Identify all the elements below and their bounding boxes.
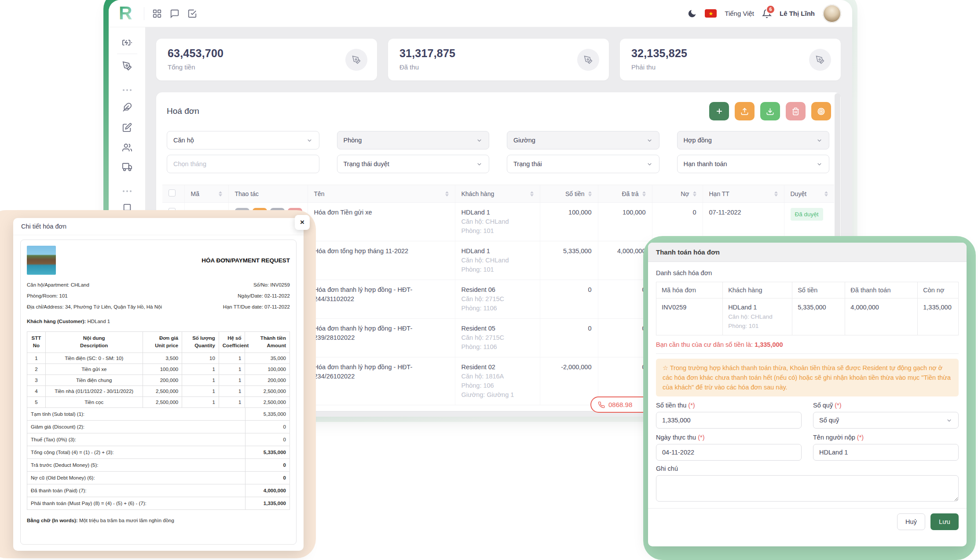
sort-icon[interactable] (774, 191, 778, 196)
doc-customer-label: Khách hàng (Customer): (27, 319, 86, 324)
chevron-down-icon (476, 161, 483, 167)
invoice-photo (27, 246, 56, 275)
column-header: Hạn TT (709, 190, 729, 197)
invoice-items-table: STTNo Nội dungDescription Đơn giáUnit pr… (27, 331, 290, 408)
note-textarea[interactable] (656, 475, 959, 502)
chevron-down-icon (476, 137, 483, 144)
target-icon[interactable] (811, 102, 831, 120)
column-header: Số tiền (565, 190, 585, 197)
invoice-due: 07-11-2022 (703, 203, 784, 241)
star-icon: ☆ (663, 364, 668, 371)
sort-icon[interactable] (824, 191, 828, 196)
filter-label: Trạng thái (513, 160, 542, 167)
collect-date-input[interactable] (656, 444, 802, 461)
sort-icon[interactable] (588, 191, 592, 196)
moon-icon[interactable] (687, 9, 697, 18)
filter-status[interactable]: Trạng thái (507, 155, 659, 173)
filter-label: Hạn thanh toán (684, 160, 727, 167)
field-label: Tên người nộp (*) (813, 434, 959, 441)
check-square-icon[interactable] (187, 9, 197, 18)
fund-select-value: Số quỹ (819, 417, 839, 424)
customer-sub: Phòng: 101 (728, 321, 787, 331)
date-field-group: Ngày thực thu (*) (656, 434, 802, 461)
edit-icon[interactable] (122, 123, 132, 132)
amount-in-words: Bằng chữ (In words): Một triệu ba trăm b… (27, 518, 290, 523)
cancel-button[interactable]: Huỷ (897, 513, 925, 530)
invoice-customer: HDLand 1 Căn hộ: CHLand Phòng: 101 (455, 241, 540, 280)
column-header: Thao tác (235, 190, 259, 197)
pen-tool-icon (577, 49, 599, 71)
save-button[interactable]: Lưu (930, 513, 959, 530)
amount-field-group: Số tiền thu (*) (656, 402, 802, 429)
invoice-paid: 100,000 (598, 203, 652, 241)
amount-input[interactable] (656, 412, 802, 429)
app-logo: R (117, 3, 135, 25)
language-switcher[interactable]: Tiếng Việt (725, 10, 754, 17)
item-row: 1Tiền điện (SC: 0 - SM: 10) 3,50010 135,… (27, 353, 290, 364)
total-row: Phải thanh toán (Must Pay) (8) = (4) - (… (27, 497, 290, 509)
customer-sub: Giường: Giường 1 (462, 390, 534, 400)
filter-due-date[interactable]: Hạn thanh toán (677, 155, 830, 173)
customer-name: HDLand 1 (462, 247, 534, 256)
pen-tool-icon[interactable] (122, 61, 132, 71)
sort-icon[interactable] (530, 191, 534, 196)
payer-name-input[interactable] (813, 444, 959, 461)
filter-bed[interactable]: Giường (507, 131, 659, 149)
feather-icon[interactable] (122, 102, 132, 112)
sort-icon[interactable] (445, 191, 449, 196)
column-header: Đã trả (622, 190, 638, 197)
in-words-label: Bằng chữ (In words): (27, 518, 78, 523)
sort-icon[interactable] (219, 191, 222, 196)
customer-name: Resident 05 (462, 324, 534, 333)
filter-room[interactable]: Phòng (337, 131, 490, 149)
filter-apartment[interactable]: Căn hộ (167, 131, 319, 149)
close-icon[interactable]: × (295, 215, 310, 230)
invoice-amount: 5,335,000 (540, 241, 598, 280)
filters: Căn hộ Phòng Giường Hợp đồng (162, 131, 834, 173)
trash-icon[interactable] (786, 102, 806, 120)
truck-icon[interactable] (122, 162, 132, 172)
total-row: Thuế (Tax) (0%) (3):0 (27, 433, 290, 446)
chat-icon[interactable] (170, 9, 179, 18)
filter-month-input[interactable] (167, 155, 319, 173)
filter-approve-status[interactable]: Trạng thái duyệt (337, 155, 490, 173)
column-header: Khách hàng (462, 190, 494, 197)
invoice-customer: HDLand 1 Căn hộ: CHLand Phòng: 101 (455, 203, 540, 241)
customer-name: Resident 02 (462, 363, 534, 372)
column-header: Mã hóa đơn (656, 282, 723, 298)
grid-icon[interactable] (152, 9, 162, 18)
stat-value: 32,135,825 (631, 47, 829, 60)
table-header-row: Mã Thao tác Tên Khách hàng Số tiền Đã tr… (162, 185, 834, 203)
battery-charging-icon[interactable] (122, 38, 132, 47)
fund-select[interactable]: Số quỹ (813, 412, 959, 429)
vietnam-flag-icon[interactable]: ★ (705, 9, 717, 18)
filter-contract[interactable]: Hợp đồng (677, 131, 830, 149)
upload-icon[interactable] (735, 102, 755, 120)
column-header: Khách hàng (723, 282, 792, 298)
invoice-name: Hóa đơn thanh lý hợp đồng - HĐT-239/2810… (308, 319, 455, 357)
customer-sub: Căn hộ: 2715C (462, 295, 534, 304)
invoice-debt: 1,335,000 (918, 298, 959, 335)
filter-label: Căn hộ (173, 137, 194, 144)
doc-customer-value: HDLand 1 (87, 319, 110, 324)
column-header: Đã thanh toán (845, 282, 918, 298)
stat-label: Tổng tiền (168, 63, 366, 71)
sort-icon[interactable] (642, 191, 646, 196)
select-all-checkbox[interactable] (168, 189, 176, 196)
hotline-number: 0868.98 (608, 401, 632, 408)
download-icon[interactable] (760, 102, 780, 120)
customer-name: HDLand 1 (728, 303, 787, 312)
doc-customer: Khách hàng (Customer): HDLand 1 (27, 319, 290, 324)
filter-label: Hợp đồng (684, 137, 712, 144)
stat-label: Đã thu (399, 63, 597, 71)
filter-label: Giường (513, 137, 535, 144)
avatar[interactable] (823, 4, 841, 23)
users-icon[interactable] (122, 143, 132, 153)
total-row: Giảm giá (Discount) (2):0 (27, 420, 290, 433)
add-invoice-button[interactable] (709, 102, 729, 120)
sort-icon[interactable] (693, 191, 696, 196)
field-label: Ghi chú (656, 465, 959, 472)
bell-icon[interactable]: 6 (762, 9, 772, 18)
stat-card-receivable: 32,135,825 Phải thu (620, 39, 841, 80)
topbar-right: ★ Tiếng Việt 6 Lê Thị Lĩnh (687, 4, 841, 23)
